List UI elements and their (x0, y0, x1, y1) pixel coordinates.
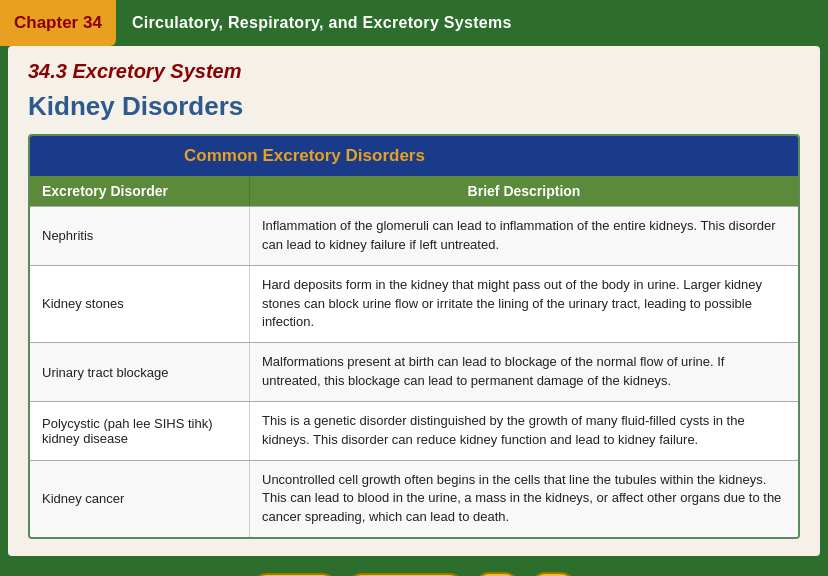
col-header-disorder: Excretory Disorder (30, 176, 250, 206)
disorder-cell: Nephritis (30, 207, 250, 265)
bottom-nav: Home Resources ← → (0, 564, 828, 576)
description-cell: Inflammation of the glomeruli can lead t… (250, 207, 798, 265)
table-row: Nephritis Inflammation of the glomeruli … (30, 206, 798, 265)
table-header-label: Common Excretory Disorders (184, 146, 425, 166)
disorder-cell: Polycystic (pah lee SIHS tihk) kidney di… (30, 402, 250, 460)
main-content: 34.3 Excretory System Kidney Disorders C… (8, 46, 820, 556)
table-row: Polycystic (pah lee SIHS tihk) kidney di… (30, 401, 798, 460)
table-header-row: Common Excretory Disorders (30, 136, 798, 176)
disorder-cell: Kidney cancer (30, 461, 250, 538)
table-body: Nephritis Inflammation of the glomeruli … (30, 206, 798, 537)
page-title: Kidney Disorders (28, 91, 800, 122)
col-header-description: Brief Description (250, 176, 798, 206)
back-button[interactable]: ← (473, 572, 521, 576)
column-headers: Excretory Disorder Brief Description (30, 176, 798, 206)
table-row: Kidney stones Hard deposits form in the … (30, 265, 798, 343)
table-row: Urinary tract blockage Malformations pre… (30, 342, 798, 401)
disorder-cell: Kidney stones (30, 266, 250, 343)
description-cell: This is a genetic disorder distinguished… (250, 402, 798, 460)
disorder-cell: Urinary tract blockage (30, 343, 250, 401)
description-cell: Uncontrolled cell growth often begins in… (250, 461, 798, 538)
table-row: Kidney cancer Uncontrolled cell growth o… (30, 460, 798, 538)
section-title: 34.3 Excretory System (28, 60, 800, 83)
header-bar: Chapter 34 Circulatory, Respiratory, and… (0, 0, 828, 46)
description-cell: Malformations present at birth can lead … (250, 343, 798, 401)
chapter-label: Chapter 34 (14, 13, 102, 33)
forward-button[interactable]: → (529, 572, 577, 576)
header-title: Circulatory, Respiratory, and Excretory … (116, 14, 512, 32)
chapter-badge: Chapter 34 (0, 0, 116, 46)
disorders-table: Common Excretory Disorders Excretory Dis… (28, 134, 800, 539)
description-cell: Hard deposits form in the kidney that mi… (250, 266, 798, 343)
